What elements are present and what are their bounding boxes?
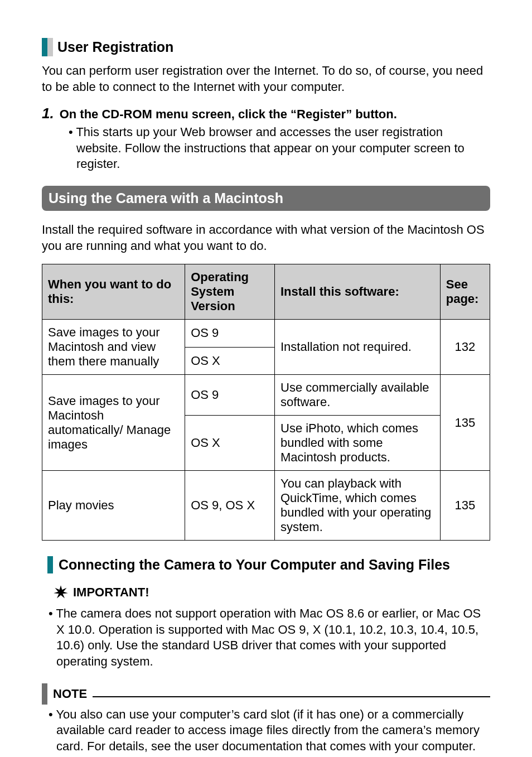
table-cell-os: OS X: [185, 347, 275, 375]
table-cell-os: OS 9: [185, 320, 275, 348]
table-cell-task: Save images to your Macintosh automatica…: [42, 375, 185, 471]
svg-marker-0: [54, 585, 68, 598]
section-heading-user-registration: User Registration: [42, 38, 490, 56]
table-row: Save images to your Macintosh automatica…: [42, 375, 490, 416]
table-cell-task: Save images to your Macintosh and view t…: [42, 320, 185, 375]
table-cell-page: 135: [440, 471, 490, 541]
step-sub-bullet: • This starts up your Web browser and ac…: [69, 124, 490, 172]
heading-accent-teal: [42, 38, 47, 56]
subsection-heading-connecting: Connecting the Camera to Your Computer a…: [47, 556, 490, 573]
subsection-heading-text: Connecting the Camera to Your Computer a…: [59, 556, 450, 573]
step-1: 1. On the CD-ROM menu screen, click the …: [42, 105, 490, 122]
note-rule-line: [93, 691, 490, 697]
table-cell-install: Installation not required.: [275, 320, 441, 375]
table-cell-os: OS 9, OS X: [185, 471, 275, 541]
important-heading: IMPORTANT!: [53, 585, 490, 600]
intro-paragraph: You can perform user registration over t…: [42, 63, 490, 95]
table-row: Play movies OS 9, OS X You can playback …: [42, 471, 490, 541]
table-header: When you want to do this:: [42, 264, 185, 320]
table-cell-page: 135: [440, 375, 490, 471]
table-header: Operating System Version: [185, 264, 275, 320]
step-instruction: On the CD-ROM menu screen, click the “Re…: [60, 107, 397, 122]
step-number: 1.: [42, 105, 54, 122]
section-banner-macintosh: Using the Camera with a Macintosh: [42, 186, 490, 211]
note-label: NOTE: [53, 687, 87, 701]
table-header: See page:: [440, 264, 490, 320]
table-cell-install: Use commercially available software.: [275, 375, 441, 416]
table-cell-os: OS X: [185, 416, 275, 471]
important-label: IMPORTANT!: [73, 585, 149, 600]
table-header: Install this software:: [275, 264, 441, 320]
burst-icon: [53, 585, 69, 600]
table-cell-task: Play movies: [42, 471, 185, 541]
table-cell-os: OS 9: [185, 375, 275, 416]
note-bullet: • You also can use your computer’s card …: [42, 707, 490, 755]
table-header-row: When you want to do this: Operating Syst…: [42, 264, 490, 320]
heading-accent-teal: [47, 556, 53, 573]
table-cell-install: Use iPhoto, which comes bundled with som…: [275, 416, 441, 471]
heading-accent-gray: [47, 38, 53, 56]
note-accent-bar: [42, 683, 47, 705]
banner-intro-paragraph: Install the required software in accorda…: [42, 222, 490, 254]
table-cell-install: You can playback with QuickTime, which c…: [275, 471, 441, 541]
heading-text: User Registration: [53, 38, 173, 56]
table-row: Save images to your Macintosh and view t…: [42, 320, 490, 348]
software-table: When you want to do this: Operating Syst…: [42, 264, 490, 541]
table-cell-page: 132: [440, 320, 490, 375]
note-heading: NOTE: [42, 683, 490, 705]
important-bullet: • The camera does not support operation …: [42, 606, 490, 669]
